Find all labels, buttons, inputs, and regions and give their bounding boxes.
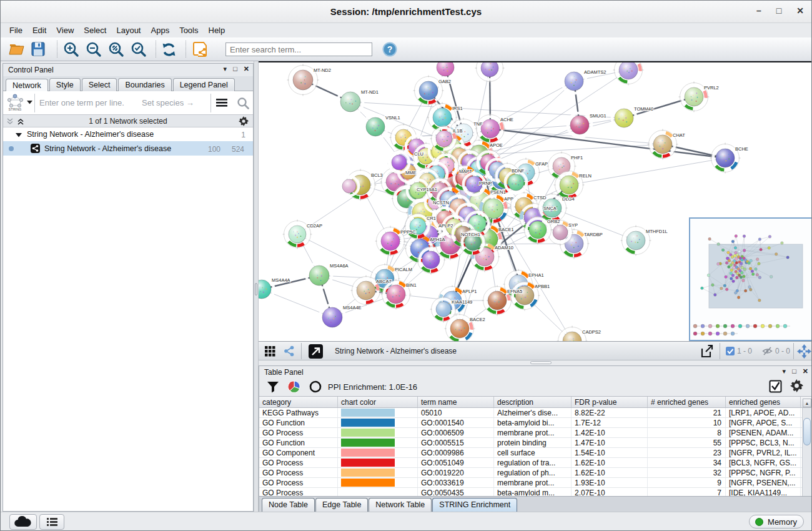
tab-network-table[interactable]: Network Table	[369, 498, 432, 512]
grid-view-icon[interactable]	[265, 346, 275, 357]
cell-fdr: 1.62E-10	[572, 458, 648, 467]
refresh-icon[interactable]	[161, 41, 177, 58]
save-session-icon[interactable]	[31, 41, 46, 57]
table-row[interactable]: GO ProcessGO:0051049regulation of tra...…	[259, 458, 812, 468]
table-settings-gear-icon[interactable]	[790, 379, 803, 392]
menu-apps[interactable]: Apps	[146, 24, 175, 36]
zoom-out-icon[interactable]	[86, 41, 102, 58]
maximize-button[interactable]: □	[776, 6, 781, 16]
tab-select[interactable]: Select	[82, 78, 117, 92]
overview-viewport[interactable]	[709, 244, 803, 308]
string-search-bar: STRING Enter one term per line. Set spec…	[3, 91, 253, 115]
network-row-selected[interactable]: String Network - Alzheimer's disease 100…	[3, 141, 253, 156]
protein-node[interactable]	[338, 89, 363, 114]
menu-view[interactable]: View	[51, 24, 79, 36]
column-header-chartcolor[interactable]: chart color	[338, 397, 418, 407]
string-query-input[interactable]: Enter one term per line.	[39, 98, 124, 107]
protein-node[interactable]	[613, 62, 644, 86]
table-row[interactable]: GO ProcessGO:0006509membrane prot...1.42…	[259, 428, 812, 438]
zoom-in-icon[interactable]	[63, 41, 80, 58]
protein-node[interactable]	[475, 62, 505, 83]
tree-expander-icon[interactable]	[16, 132, 22, 137]
minimize-button[interactable]: –	[756, 6, 761, 16]
protein-node[interactable]	[364, 115, 387, 139]
network-canvas[interactable]: MT-ND2MT-ND1VSNL1GAB2IRS1ADAMTS2PVRL2TOM…	[259, 61, 812, 341]
column-header-enrichedgenes[interactable]: # enriched genes	[648, 397, 726, 407]
tab-string-enrichment[interactable]: STRING Enrichment	[432, 498, 517, 512]
menu-tools[interactable]: Tools	[174, 24, 203, 36]
network-options-gear-icon[interactable]	[239, 116, 249, 126]
cell-fdr: 1.7E-12	[572, 418, 648, 427]
protein-node[interactable]	[320, 305, 345, 330]
panel-splitter[interactable]	[254, 61, 259, 512]
open-session-icon[interactable]	[8, 41, 25, 57]
tab-boundaries[interactable]: Boundaries	[118, 78, 171, 92]
tab-node-table[interactable]: Node Table	[262, 498, 315, 512]
protein-node[interactable]	[340, 177, 359, 196]
species-selector[interactable]: Set species →	[142, 98, 194, 107]
protein-node[interactable]	[505, 172, 527, 193]
tab-edge-table[interactable]: Edge Table	[315, 498, 368, 512]
column-header-FDRp-value[interactable]: FDR p-value	[572, 397, 648, 407]
import-network-icon[interactable]	[192, 41, 210, 59]
zoom-selected-icon[interactable]	[131, 41, 147, 58]
protein-node[interactable]	[612, 106, 636, 130]
string-options-icon[interactable]	[216, 98, 227, 107]
scrollbar-thumb[interactable]	[803, 418, 811, 445]
zoom-fit-icon[interactable]	[108, 41, 125, 58]
column-header-description[interactable]: description	[494, 397, 572, 407]
column-header-category[interactable]: category	[259, 397, 338, 407]
column-header-termname[interactable]: term name	[418, 397, 494, 407]
ring-chart-icon[interactable]	[309, 380, 322, 393]
menu-help[interactable]: Help	[204, 24, 230, 36]
birds-eye-view[interactable]	[689, 217, 812, 341]
export-network-icon[interactable]	[699, 344, 715, 359]
string-search-icon[interactable]	[237, 97, 249, 109]
scroll-up-icon[interactable]: ▲	[803, 399, 811, 407]
search-input[interactable]	[225, 42, 372, 56]
menu-select[interactable]: Select	[79, 24, 111, 36]
select-all-checkbox-icon[interactable]	[769, 380, 782, 393]
table-row[interactable]: GO FunctionGO:0005515protein binding1.47…	[259, 438, 812, 448]
network-collection-row[interactable]: String Network - Alzheimer's disease 1	[3, 127, 253, 141]
pie-chart-icon[interactable]	[288, 380, 300, 393]
panel-float-icon[interactable]: □	[792, 367, 796, 375]
close-button[interactable]: ✕	[796, 6, 804, 16]
expand-all-icon[interactable]	[17, 118, 24, 125]
table-row[interactable]: GO ProcessGO:0033619membrane prot...1.93…	[259, 478, 812, 488]
protein-node[interactable]	[434, 62, 457, 79]
tab-network[interactable]: Network	[6, 79, 48, 92]
share-view-icon[interactable]	[284, 345, 295, 357]
tab-legend-panel[interactable]: Legend Panel	[173, 78, 235, 92]
task-list-button[interactable]	[39, 514, 64, 530]
menu-edit[interactable]: Edit	[27, 24, 51, 36]
panel-close-icon[interactable]: ✕	[244, 65, 249, 73]
table-row[interactable]: KEGG Pathways05010Alzheimer's dise...8.8…	[259, 408, 812, 418]
filter-icon[interactable]	[267, 380, 279, 393]
collapse-all-icon[interactable]	[6, 118, 14, 125]
protein-node[interactable]	[562, 69, 586, 93]
table-scrollbar[interactable]: ▲ ▼	[802, 408, 811, 500]
column-header-enrichedgenes[interactable]: enriched genes	[726, 397, 801, 407]
table-splitter[interactable]	[259, 360, 812, 365]
table-row[interactable]: GO ProcessGO:0019220regulation of ph...1…	[259, 468, 812, 478]
panel-menu-icon[interactable]: ▾	[783, 367, 786, 375]
cloud-button[interactable]	[9, 514, 37, 530]
table-row[interactable]: GO ComponentGO:0009986cell surface1.54E-…	[259, 448, 812, 458]
protein-node[interactable]	[307, 263, 332, 288]
table-row[interactable]: GO FunctionGO:0001540beta-amyloid bi...1…	[259, 418, 812, 428]
panel-close-icon[interactable]: ✕	[803, 367, 808, 375]
pan-navigate-icon[interactable]	[797, 344, 811, 359]
cell-gene-count: 21	[648, 408, 726, 417]
panel-float-icon[interactable]: □	[233, 65, 237, 73]
panel-menu-icon[interactable]: ▾	[224, 65, 227, 73]
tab-style[interactable]: Style	[49, 78, 81, 92]
detach-view-button[interactable]	[309, 344, 323, 359]
help-icon[interactable]: ?	[382, 42, 397, 57]
menu-file[interactable]: File	[4, 24, 27, 36]
string-source-dropdown-icon[interactable]	[27, 100, 32, 104]
protein-node[interactable]	[568, 113, 592, 137]
memory-button[interactable]: Memory	[749, 515, 804, 529]
menu-layout[interactable]: Layout	[111, 24, 146, 36]
string-logo-icon[interactable]: STRING	[6, 92, 27, 111]
